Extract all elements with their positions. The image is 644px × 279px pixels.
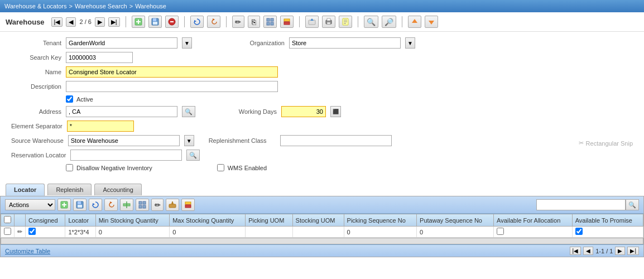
active-checkbox[interactable]: [66, 95, 73, 103]
tab-accounting[interactable]: Accounting: [94, 184, 141, 195]
grid-refresh-button[interactable]: [89, 199, 102, 211]
grid-grid-view-button[interactable]: [136, 199, 149, 211]
refresh-button[interactable]: [190, 16, 204, 28]
svg-rect-16: [309, 20, 315, 25]
svg-rect-37: [139, 201, 142, 204]
working-days-input[interactable]: [281, 106, 326, 117]
footer-first-button[interactable]: |◀: [570, 247, 581, 255]
address-search-button[interactable]: 🔍: [182, 106, 195, 117]
select-all-checkbox[interactable]: [4, 216, 11, 223]
print-button[interactable]: [322, 16, 335, 28]
cancel-button[interactable]: [165, 16, 179, 28]
svg-rect-39: [139, 205, 142, 208]
options-row: Disallow Negative Inventory WMS Enabled: [11, 164, 633, 171]
row-avail-alloc-checkbox[interactable]: [497, 228, 504, 235]
grid-attachment2-button[interactable]: [181, 199, 195, 211]
grid-undo-button[interactable]: [104, 199, 118, 211]
tenant-input[interactable]: [66, 37, 177, 49]
search-key-input[interactable]: [66, 52, 133, 63]
replenishment-class-label: Replenishment Class: [209, 137, 276, 144]
description-row: Description: [11, 81, 633, 92]
nav-last-button[interactable]: ▶|: [108, 17, 120, 27]
working-days-stepper[interactable]: ⬛: [330, 106, 341, 117]
note-button[interactable]: [339, 16, 352, 28]
tab-locator[interactable]: Locator: [6, 184, 45, 196]
copy-button[interactable]: ⎘: [248, 16, 260, 28]
grid-upload-button[interactable]: [166, 199, 179, 211]
toolbar-separator-3: [226, 16, 227, 27]
toolbar-separator-1: [126, 16, 126, 27]
col-header-consigned: Consigned: [26, 214, 65, 227]
footer-next-button[interactable]: ▶: [615, 247, 625, 255]
source-warehouse-input[interactable]: [68, 135, 180, 146]
source-warehouse-row: Source Warehouse ▼ Replenishment Class: [11, 135, 633, 146]
footer-navigation: |◀ ◀ 1-1 / 1 ▶ ▶|: [570, 247, 639, 255]
customize-table-link[interactable]: Customize Table: [5, 248, 50, 254]
row-max-stocking-cell: 0: [170, 227, 246, 238]
move-down-button[interactable]: [425, 16, 438, 28]
reservation-locator-search[interactable]: 🔍: [186, 150, 200, 161]
breadcrumb-part2[interactable]: Warehouse Search: [75, 3, 127, 9]
actions-dropdown[interactable]: Actions: [5, 199, 55, 210]
col-header-picking-seq: Picking Sequence No: [344, 214, 416, 227]
tab-replenish[interactable]: Replenish: [47, 184, 92, 195]
grid-edit-button[interactable]: ✏: [151, 199, 164, 211]
disallow-negative-checkbox[interactable]: [66, 164, 73, 171]
address-row: Address 🔍 Working Days ⬛: [11, 106, 633, 117]
grid-add-row-button[interactable]: [120, 199, 133, 211]
svg-rect-5: [153, 22, 157, 25]
toolbar-separator-4: [299, 16, 300, 27]
attachment-button[interactable]: [280, 16, 294, 28]
table-row: ✏ 1*2*3*4 0 0 0 0: [1, 227, 643, 238]
new-button[interactable]: [132, 16, 145, 28]
working-days-label: Working Days: [227, 108, 277, 115]
svg-marker-8: [194, 20, 196, 22]
nav-first-button[interactable]: |◀: [51, 17, 63, 27]
organization-dropdown-button[interactable]: ▼: [405, 37, 415, 49]
nav-position: 2 / 6: [79, 18, 91, 25]
zoom-button[interactable]: 🔎: [382, 16, 396, 28]
source-warehouse-dropdown[interactable]: ▼: [184, 135, 194, 146]
row-consigned-checkbox[interactable]: [28, 228, 36, 235]
col-header-putaway-seq: Putaway Sequence No: [417, 214, 494, 227]
breadcrumb-part1[interactable]: Warehouse & Locators: [4, 3, 66, 9]
row-min-stocking-cell: 0: [95, 227, 170, 238]
row-avail-promise-cell: [572, 227, 643, 238]
save-button[interactable]: [148, 16, 162, 28]
grid-search-button[interactable]: 🔍: [626, 199, 639, 210]
grid-save-button[interactable]: [73, 199, 86, 211]
name-input[interactable]: [66, 66, 278, 78]
svg-marker-26: [429, 21, 434, 25]
breadcrumb: Warehouse & Locators > Warehouse Search …: [0, 0, 644, 12]
grid-new-button[interactable]: [57, 199, 71, 211]
row-avail-alloc-cell: [494, 227, 573, 238]
grid-footer: Customize Table |◀ ◀ 1-1 / 1 ▶ ▶|: [1, 244, 643, 257]
row-checkbox[interactable]: [4, 228, 11, 235]
grid-button[interactable]: [263, 16, 277, 28]
horizontal-scrollbar[interactable]: [1, 238, 643, 244]
replenishment-class-input[interactable]: [280, 135, 392, 146]
toolbar-separator-6: [402, 16, 402, 27]
element-separator-input[interactable]: [67, 121, 134, 132]
address-input[interactable]: [66, 106, 177, 117]
grid-search-input[interactable]: [536, 199, 626, 210]
tenant-dropdown-button[interactable]: ▼: [182, 37, 192, 49]
grid-table: Consigned Locator Min Stocking Quantity …: [1, 214, 643, 238]
footer-last-button[interactable]: ▶|: [627, 247, 639, 255]
footer-prev-button[interactable]: ◀: [583, 247, 593, 255]
wms-enabled-checkbox[interactable]: [217, 164, 224, 171]
search-button[interactable]: 🔍: [364, 16, 378, 28]
row-avail-promise-checkbox[interactable]: [575, 228, 583, 235]
undo-button[interactable]: [207, 16, 220, 28]
reservation-locator-input[interactable]: [70, 150, 182, 161]
svg-rect-13: [271, 22, 273, 25]
edit-button[interactable]: ✏: [232, 16, 244, 28]
description-input[interactable]: [66, 81, 278, 92]
nav-next-button[interactable]: ▶: [95, 17, 105, 27]
svg-rect-40: [143, 205, 146, 208]
nav-prev-button[interactable]: ◀: [66, 17, 76, 27]
move-up-button[interactable]: [408, 16, 421, 28]
organization-input[interactable]: [289, 37, 401, 49]
svg-rect-20: [327, 22, 330, 24]
export-button[interactable]: [305, 16, 319, 28]
